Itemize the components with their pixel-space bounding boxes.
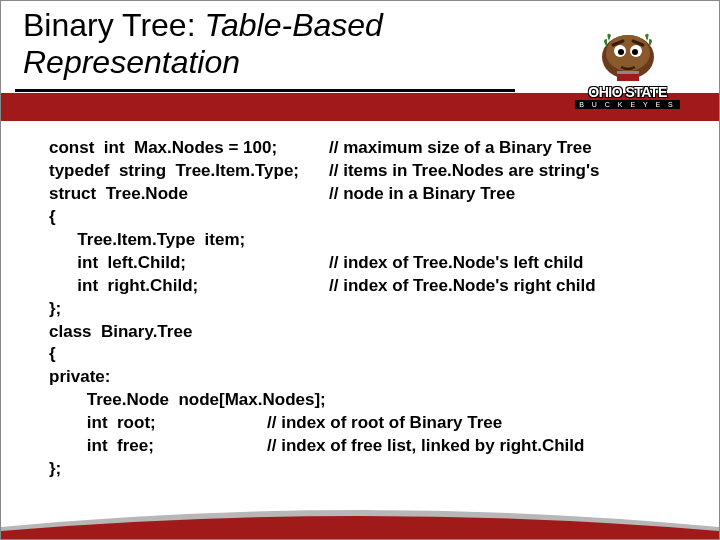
code-line: const int Max.Nodes = 100;// maximum siz… [49,137,689,160]
slide: Binary Tree: Table-Based Representation [0,0,720,540]
code-line: Tree.Item.Type item; [49,229,689,252]
code-line: { [49,206,689,229]
code-block: const int Max.Nodes = 100;// maximum siz… [49,137,689,481]
code-line: int right.Child;// index of Tree.Node's … [49,275,689,298]
logo-subtext: B U C K E Y E S [575,100,680,109]
slide-header: Binary Tree: Table-Based Representation [1,1,719,111]
code-line: { [49,343,689,366]
logo-text: OHIO STATE [588,85,666,99]
code-line: int free;// index of free list, linked b… [49,435,689,458]
code-line: private: [49,366,689,389]
svg-point-1 [606,35,650,71]
code-line: }; [49,458,689,481]
title-line1-italic: Table-Based [204,7,383,43]
bottom-decoration [1,499,719,539]
title-underline [15,89,515,92]
title-line1-plain: Binary Tree: [23,7,204,43]
svg-point-5 [632,49,638,55]
code-line: class Binary.Tree [49,321,689,344]
svg-point-4 [618,49,624,55]
title-line2: Representation [23,44,240,80]
slide-title: Binary Tree: Table-Based Representation [23,7,523,81]
code-line: Tree.Node node[Max.Nodes]; [49,389,689,412]
code-line: int left.Child;// index of Tree.Node's l… [49,252,689,275]
code-line: struct Tree.Node// node in a Binary Tree [49,183,689,206]
code-line: int root;// index of root of Binary Tree [49,412,689,435]
code-line: typedef string Tree.Item.Type;// items i… [49,160,689,183]
ohio-state-logo: OHIO STATE B U C K E Y E S [550,9,705,109]
code-line: }; [49,298,689,321]
svg-rect-7 [617,71,639,74]
buckeye-mascot-icon [593,25,663,83]
